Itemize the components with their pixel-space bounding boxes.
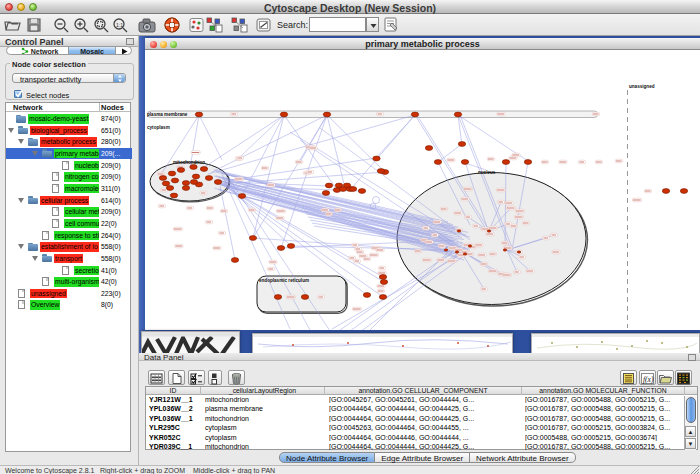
svg-text:1:1: 1:1 <box>116 22 123 28</box>
svg-text:plasma membrane: plasma membrane <box>147 112 188 117</box>
svg-text:f(x): f(x) <box>643 375 654 384</box>
svg-text:endoplasmic reticulum: endoplasmic reticulum <box>259 278 309 283</box>
svg-text:nucleus: nucleus <box>478 170 496 175</box>
svg-text:cytoplasm: cytoplasm <box>147 125 170 130</box>
svg-text:unassigned: unassigned <box>629 84 655 89</box>
svg-text:mitochondrion: mitochondrion <box>173 160 205 165</box>
